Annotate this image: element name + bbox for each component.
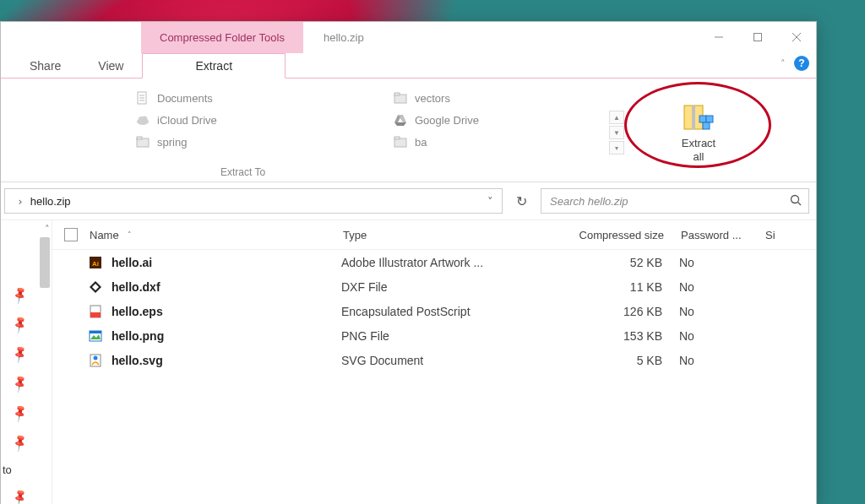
maximize-button[interactable] bbox=[738, 22, 777, 52]
file-name: hello.eps bbox=[112, 305, 341, 318]
extract-destination-item[interactable]: vectors bbox=[389, 89, 592, 107]
svg-line-26 bbox=[798, 202, 802, 205]
chevron-up-icon: ˄ bbox=[781, 58, 786, 68]
collapse-ribbon-button[interactable]: ˄ bbox=[779, 57, 787, 71]
svg-rect-24 bbox=[703, 122, 710, 129]
navigation-pane[interactable]: ˄ 📌 📌 📌 📌 📌 📌 to 📌 bbox=[1, 220, 52, 504]
file-name: hello.dxf bbox=[112, 280, 341, 294]
window-title: hello.zip bbox=[324, 22, 364, 52]
file-type: SVG Document bbox=[341, 354, 527, 367]
gallery-more-button[interactable]: ▾ bbox=[609, 141, 624, 154]
tab-view[interactable]: View bbox=[79, 54, 142, 78]
scroll-up-icon: ˄ bbox=[45, 224, 50, 235]
search-icon bbox=[790, 194, 802, 209]
column-headers: Name˄ Type Compressed size Password ... … bbox=[52, 220, 816, 250]
column-header-name[interactable]: Name˄ bbox=[90, 229, 343, 241]
file-row[interactable]: Aihello.aiAdobe Illustrator Artwork ...5… bbox=[52, 250, 816, 274]
address-bar[interactable]: › hello.zip ˅ bbox=[4, 188, 503, 214]
ribbon-tabs: Share View Extract ˄ ? bbox=[1, 52, 816, 79]
extract-destination-item[interactable]: ba bbox=[389, 133, 592, 151]
file-row[interactable]: hello.epsEncapsulated PostScript126 KBNo bbox=[52, 299, 816, 323]
tab-share[interactable]: Share bbox=[11, 54, 79, 78]
svg-point-37 bbox=[94, 355, 98, 360]
content-area: ˄ 📌 📌 📌 📌 📌 📌 to 📌 Name˄ Type Compressed… bbox=[1, 220, 816, 504]
search-box[interactable] bbox=[541, 188, 809, 214]
svg-marker-17 bbox=[394, 122, 406, 126]
svg-rect-34 bbox=[90, 331, 101, 333]
file-compressed-size: 5 KB bbox=[527, 354, 679, 367]
minimize-icon bbox=[714, 32, 724, 42]
navigation-bar: › hello.zip ˅ ↻ bbox=[1, 182, 816, 220]
explorer-window: Compressed Folder Tools hello.zip Share … bbox=[0, 21, 817, 504]
help-button[interactable]: ? bbox=[794, 56, 809, 71]
folder-icon bbox=[393, 134, 408, 149]
file-password: No bbox=[679, 305, 764, 318]
chevron-down-icon: ▼ bbox=[613, 129, 620, 137]
folder-icon bbox=[393, 90, 408, 106]
file-row[interactable]: hello.dxfDXF File11 KBNo bbox=[52, 274, 816, 299]
column-header-compressed-size[interactable]: Compressed size bbox=[529, 229, 681, 241]
tab-extract[interactable]: Extract bbox=[142, 53, 286, 79]
file-type: PNG File bbox=[341, 329, 527, 343]
refresh-button[interactable]: ↻ bbox=[509, 193, 534, 209]
pin-icon: 📌 bbox=[10, 488, 30, 504]
extract-destination-item[interactable]: iCloud Drive bbox=[132, 111, 335, 129]
column-header-password[interactable]: Password ... bbox=[681, 229, 765, 241]
destination-label: Documents bbox=[157, 92, 213, 105]
nav-item-label: to bbox=[3, 463, 12, 476]
file-row[interactable]: hello.pngPNG File153 KBNo bbox=[52, 323, 816, 348]
file-type: DXF File bbox=[341, 280, 527, 294]
svg-rect-14 bbox=[394, 93, 400, 95]
file-name: hello.svg bbox=[112, 354, 341, 367]
pin-icon: 📌 bbox=[10, 404, 30, 423]
window-controls bbox=[699, 22, 816, 52]
destination-label: Google Drive bbox=[415, 114, 479, 127]
svg-rect-12 bbox=[137, 137, 142, 139]
extract-destination-item[interactable]: Documents bbox=[132, 89, 335, 107]
file-compressed-size: 153 KB bbox=[527, 329, 679, 343]
chevron-down-icon: ˅ bbox=[487, 195, 493, 208]
pin-icon: 📌 bbox=[10, 315, 30, 334]
gallery-up-button[interactable]: ▲ bbox=[609, 111, 624, 124]
destination-label: iCloud Drive bbox=[157, 114, 217, 127]
context-tab-compressed-folder-tools[interactable]: Compressed Folder Tools bbox=[141, 22, 303, 53]
scrollbar-thumb[interactable] bbox=[40, 237, 50, 288]
column-header-type[interactable]: Type bbox=[343, 229, 529, 241]
cloud-icon bbox=[135, 112, 150, 127]
svg-rect-21 bbox=[692, 106, 695, 129]
destination-label: ba bbox=[415, 136, 427, 149]
svg-rect-32 bbox=[90, 312, 101, 317]
breadcrumb-chevron-icon: › bbox=[17, 195, 24, 208]
address-dropdown-button[interactable]: ˅ bbox=[482, 195, 498, 208]
search-input[interactable] bbox=[548, 194, 790, 209]
extract-destination-item[interactable]: Google Drive bbox=[389, 111, 592, 129]
address-path: hello.zip bbox=[30, 195, 482, 208]
select-all-checkbox[interactable] bbox=[64, 228, 78, 241]
extract-destination-item[interactable]: spring bbox=[132, 133, 335, 151]
close-button[interactable] bbox=[777, 22, 816, 52]
pin-icon: 📌 bbox=[10, 285, 30, 305]
extract-all-icon bbox=[683, 102, 715, 134]
help-icon: ? bbox=[798, 57, 804, 69]
file-name: hello.ai bbox=[112, 256, 341, 269]
pin-icon: 📌 bbox=[10, 374, 30, 393]
titlebar: Compressed Folder Tools hello.zip bbox=[1, 22, 816, 52]
destination-label: vectors bbox=[415, 92, 450, 105]
svg-point-25 bbox=[792, 195, 799, 203]
file-row[interactable]: hello.svgSVG Document5 KBNo bbox=[52, 348, 816, 372]
ai-file-icon: Ai bbox=[88, 255, 103, 270]
ribbon-content: DocumentsiCloud Drivespring vectorsGoogl… bbox=[1, 79, 816, 182]
gallery-down-button[interactable]: ▼ bbox=[609, 126, 624, 139]
file-type: Encapsulated PostScript bbox=[341, 305, 527, 318]
png-file-icon bbox=[88, 328, 103, 344]
ribbon-group-label-extract-to: Extract To bbox=[220, 166, 265, 178]
minimize-button[interactable] bbox=[699, 22, 738, 52]
svg-point-10 bbox=[142, 117, 148, 122]
folder-icon bbox=[135, 134, 150, 149]
extract-all-button[interactable]: Extractall bbox=[677, 99, 721, 166]
close-icon bbox=[792, 32, 802, 42]
column-header-size[interactable]: Si bbox=[765, 229, 816, 241]
file-type: Adobe Illustrator Artwork ... bbox=[341, 256, 527, 269]
maximize-icon bbox=[753, 32, 763, 42]
svg-text:Ai: Ai bbox=[92, 260, 99, 268]
